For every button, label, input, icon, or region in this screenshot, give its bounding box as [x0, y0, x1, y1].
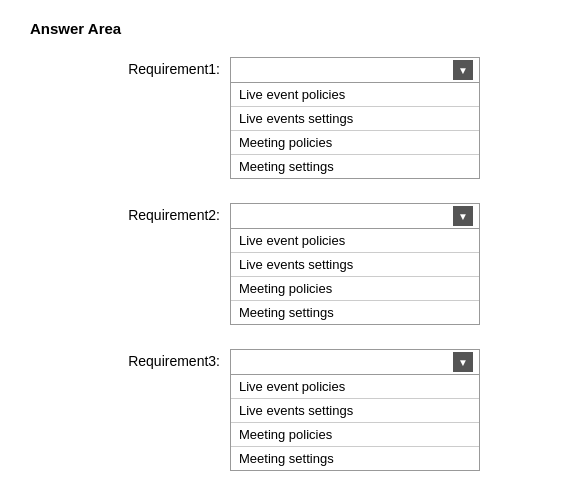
dropdown-option-2-4[interactable]: Meeting settings [231, 301, 479, 324]
dropdown-arrow-icon-2[interactable]: ▼ [453, 206, 473, 226]
dropdown-option-1-1[interactable]: Live event policies [231, 83, 479, 107]
requirement-block-3: Requirement3:▼Live event policiesLive ev… [30, 349, 542, 471]
dropdown-option-3-2[interactable]: Live events settings [231, 399, 479, 423]
dropdown-option-3-1[interactable]: Live event policies [231, 375, 479, 399]
dropdown-option-3-3[interactable]: Meeting policies [231, 423, 479, 447]
dropdown-options-2: Live event policiesLive events settingsM… [230, 229, 480, 325]
requirement-label-1: Requirement1: [30, 57, 230, 77]
dropdown-option-2-1[interactable]: Live event policies [231, 229, 479, 253]
requirement-label-3: Requirement3: [30, 349, 230, 369]
dropdown-arrow-icon-3[interactable]: ▼ [453, 352, 473, 372]
dropdown-option-3-4[interactable]: Meeting settings [231, 447, 479, 470]
dropdown-option-2-3[interactable]: Meeting policies [231, 277, 479, 301]
answer-area-section: Answer Area Requirement1:▼Live event pol… [30, 20, 542, 471]
dropdown-option-1-4[interactable]: Meeting settings [231, 155, 479, 178]
dropdown-header-2[interactable]: ▼ [230, 203, 480, 229]
dropdown-options-1: Live event policiesLive events settingsM… [230, 83, 480, 179]
dropdown-option-1-3[interactable]: Meeting policies [231, 131, 479, 155]
requirement-block-1: Requirement1:▼Live event policiesLive ev… [30, 57, 542, 179]
dropdown-container-2: ▼Live event policiesLive events settings… [230, 203, 480, 325]
dropdown-container-3: ▼Live event policiesLive events settings… [230, 349, 480, 471]
dropdown-option-2-2[interactable]: Live events settings [231, 253, 479, 277]
dropdown-header-1[interactable]: ▼ [230, 57, 480, 83]
dropdown-header-3[interactable]: ▼ [230, 349, 480, 375]
requirement-block-2: Requirement2:▼Live event policiesLive ev… [30, 203, 542, 325]
dropdown-options-3: Live event policiesLive events settingsM… [230, 375, 480, 471]
dropdown-option-1-2[interactable]: Live events settings [231, 107, 479, 131]
page-title: Answer Area [30, 20, 542, 37]
dropdown-arrow-icon-1[interactable]: ▼ [453, 60, 473, 80]
requirement-label-2: Requirement2: [30, 203, 230, 223]
dropdown-container-1: ▼Live event policiesLive events settings… [230, 57, 480, 179]
